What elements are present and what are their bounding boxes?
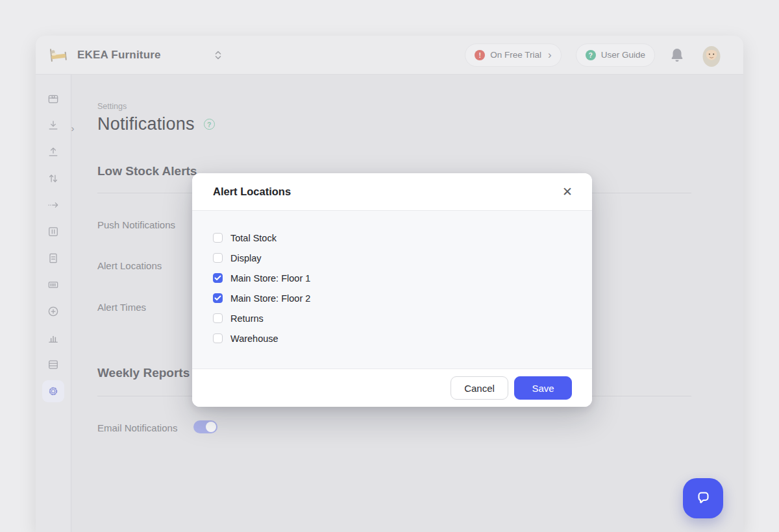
sidebar-item-database-icon[interactable] <box>36 351 71 378</box>
checkbox[interactable] <box>213 293 223 303</box>
section-weekly-reports-title: Weekly Reports <box>97 366 190 380</box>
toggle-knob <box>206 422 216 432</box>
topbar-right: ! On Free Trial › ? User Guide <box>465 43 743 67</box>
page-title-row: Notifications ? <box>97 114 215 134</box>
company-name: EKEA Furniture <box>77 49 161 62</box>
trial-label: On Free Trial <box>490 50 541 60</box>
section-low-stock-title: Low Stock Alerts <box>97 164 197 178</box>
option-returns[interactable]: Returns <box>213 308 571 328</box>
checkbox[interactable] <box>213 333 223 343</box>
row-label-email-notifications: Email Notifications <box>97 422 177 433</box>
chevron-right-icon: › <box>548 49 552 60</box>
user-guide-button[interactable]: ? User Guide <box>576 43 655 67</box>
company-switcher-icon[interactable] <box>214 50 222 60</box>
sidebar-item-arrow-right-dashed-icon[interactable] <box>36 191 71 218</box>
trial-alert-icon: ! <box>475 50 485 60</box>
checkbox[interactable] <box>213 273 223 283</box>
breadcrumb: Settings <box>97 102 127 111</box>
company-logo-bed-icon <box>48 46 69 64</box>
checkbox[interactable] <box>213 253 223 263</box>
sidebar <box>36 75 71 532</box>
checkbox[interactable] <box>213 233 223 243</box>
sidebar-item-settings-gear-icon[interactable] <box>36 378 71 404</box>
sidebar-item-bar-chart-icon[interactable] <box>36 324 71 351</box>
option-total-stock[interactable]: Total Stock <box>213 228 571 248</box>
option-main-store-floor-2[interactable]: Main Store: Floor 2 <box>213 288 571 308</box>
checkbox-label: Main Store: Floor 2 <box>230 293 310 304</box>
save-button[interactable]: Save <box>514 376 572 400</box>
brand: EKEA Furniture <box>36 47 222 63</box>
row-label-alert-locations: Alert Locations <box>97 260 162 271</box>
page-title: Notifications <box>97 114 195 134</box>
checkbox-label: Main Store: Floor 1 <box>230 273 310 284</box>
modal-title: Alert Locations <box>213 186 291 198</box>
desktop-background: EKEA Furniture ! On Free Trial › ? User … <box>0 0 779 532</box>
checkbox[interactable] <box>213 313 223 323</box>
sidebar-item-document-icon[interactable] <box>36 245 71 271</box>
chat-bubble-icon <box>693 489 713 508</box>
free-trial-button[interactable]: ! On Free Trial › <box>465 43 561 67</box>
checkbox-label: Warehouse <box>230 333 278 344</box>
cancel-button[interactable]: Cancel <box>451 376 508 400</box>
sidebar-item-stock-adjust-icon[interactable] <box>36 218 71 245</box>
sidebar-item-storage-box-icon[interactable] <box>36 85 71 112</box>
checkbox-label: Returns <box>230 313 264 324</box>
modal-header: Alert Locations ✕ <box>192 173 592 211</box>
chat-launcher-button[interactable] <box>683 478 723 518</box>
sidebar-item-barcode-icon[interactable] <box>36 271 71 298</box>
sidebar-item-transfer-icon[interactable] <box>36 165 71 191</box>
page-help-icon[interactable]: ? <box>204 119 215 130</box>
row-label-alert-times: Alert Times <box>97 302 146 313</box>
option-display[interactable]: Display <box>213 248 571 268</box>
email-notifications-toggle[interactable] <box>193 420 217 433</box>
sidebar-active-highlight <box>42 380 64 402</box>
modal-footer: Cancel Save <box>192 369 592 407</box>
checkbox-label: Display <box>230 253 262 263</box>
user-avatar[interactable] <box>699 43 724 67</box>
alert-locations-modal: Alert Locations ✕ Total Stock Display Ma… <box>192 173 592 407</box>
notifications-bell-icon[interactable] <box>669 47 685 64</box>
row-label-push-notifications: Push Notifications <box>97 219 175 230</box>
guide-question-icon: ? <box>586 50 596 60</box>
sidebar-item-add-circle-icon[interactable] <box>36 298 71 324</box>
option-main-store-floor-1[interactable]: Main Store: Floor 1 <box>213 268 571 288</box>
checkbox-label: Total Stock <box>230 233 277 243</box>
modal-close-icon[interactable]: ✕ <box>560 183 575 200</box>
option-warehouse[interactable]: Warehouse <box>213 328 571 348</box>
modal-body: Total Stock Display Main Store: Floor 1 … <box>192 211 592 369</box>
user-guide-label: User Guide <box>601 50 645 60</box>
topbar: EKEA Furniture ! On Free Trial › ? User … <box>36 36 743 75</box>
sidebar-item-upload-icon[interactable] <box>36 138 71 165</box>
